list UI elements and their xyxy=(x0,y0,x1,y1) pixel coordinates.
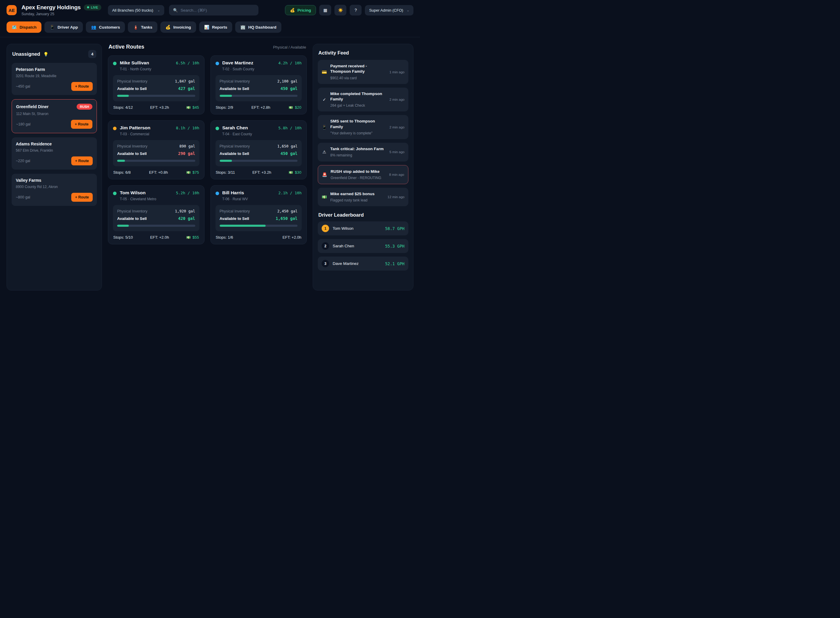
people-icon: 👥 xyxy=(91,25,96,30)
physical-inventory-label: Physical Inventory xyxy=(220,144,250,149)
feed-item-title: Payment received - Thompson Family xyxy=(330,64,386,74)
feed-item-completed[interactable]: ✓ Mike completed Thompson Family 264 gal… xyxy=(318,88,408,112)
search-icon: 🔍 xyxy=(173,8,178,12)
eft-value: EFT: +3.2h xyxy=(150,105,169,110)
feed-item-time: 2 min ago xyxy=(389,98,404,101)
stop-name: Peterson Farm xyxy=(16,67,45,72)
check-icon: ✓ xyxy=(322,97,327,102)
tab-label: Reports xyxy=(212,25,227,30)
feed-item-bonus[interactable]: 💵 Mike earned $25 bonus Flagged rusty ta… xyxy=(318,188,408,206)
banknote-icon: 💵 xyxy=(288,105,293,110)
leaderboard-row[interactable]: 1 Tom Wilson 58.7 GPH xyxy=(318,221,408,235)
tab-hq-dashboard[interactable]: 🏢 HQ Dashboard xyxy=(235,21,281,33)
available-progress-bar xyxy=(220,160,298,162)
leaderboard-title: Driver Leaderboard xyxy=(318,212,408,218)
app-title: Apex Energy Holdings xyxy=(21,4,81,11)
warning-icon: ⚠ xyxy=(322,150,327,154)
feed-item-payment[interactable]: 💳 Payment received - Thompson Family $90… xyxy=(318,60,408,84)
route-card-dave-martinez[interactable]: Dave Martinez 4.2h / 10h T-02 · South Co… xyxy=(210,55,307,114)
tab-driver-app[interactable]: 📱 Driver App xyxy=(45,21,83,33)
add-route-button[interactable]: + Route xyxy=(71,120,92,129)
driver-name: Tom Wilson xyxy=(120,190,146,196)
available-progress-fill xyxy=(117,95,129,97)
route-card-sarah-chen[interactable]: Sarah Chen 5.8h / 10h T-04 · East County… xyxy=(210,120,307,180)
driver-name: Jim Patterson xyxy=(120,125,150,131)
route-card-bill-harris[interactable]: Bill Harris 2.1h / 10h T-06 · Rural WV P… xyxy=(210,185,307,244)
tab-reports[interactable]: 📊 Reports xyxy=(199,21,232,33)
theme-toggle-button[interactable]: ☀️ xyxy=(335,5,346,15)
available-progress-bar xyxy=(117,225,195,227)
unassigned-stop-card[interactable]: Peterson Farm 3201 Route 19, Meadville ~… xyxy=(12,63,97,95)
tab-tanks[interactable]: 🧯 Tanks xyxy=(128,21,157,33)
leaderboard-row[interactable]: 2 Sarah Chen 55.3 GPH xyxy=(318,239,408,253)
tab-customers[interactable]: 👥 Customers xyxy=(86,21,125,33)
branch-selector[interactable]: All Branches (50 trucks) ⌄ xyxy=(108,5,164,15)
feed-item-title: SMS sent to Thompson Family xyxy=(330,119,386,129)
help-button[interactable]: ? xyxy=(349,5,361,15)
route-earnings: 💵 $55 xyxy=(186,235,199,239)
stop-gallons: ~800 gal xyxy=(16,195,30,199)
feed-item-title: Mike earned $25 bonus xyxy=(330,191,384,197)
add-route-button[interactable]: + Route xyxy=(71,193,93,202)
stops-count: Stops: 4/12 xyxy=(113,105,133,110)
available-to-sell-value: 420 gal xyxy=(178,216,195,221)
physical-inventory-label: Physical Inventory xyxy=(220,209,250,213)
tab-label: HQ Dashboard xyxy=(248,25,277,30)
live-dot-icon xyxy=(87,6,89,8)
sun-icon: ☀️ xyxy=(338,8,343,12)
eft-value: EFT: +2.0h xyxy=(282,235,301,239)
user-role-selector[interactable]: Super Admin (CFO) ⌄ xyxy=(365,5,413,15)
pricing-button[interactable]: 💰 Pricing xyxy=(285,5,316,15)
tab-invoicing[interactable]: 💰 Invoicing xyxy=(161,21,196,33)
stop-gallons: ~180 gal xyxy=(16,122,30,126)
credit-card-icon: 💳 xyxy=(322,70,327,74)
tab-label: Customers xyxy=(99,25,120,30)
office-building-icon: 🏢 xyxy=(240,25,245,30)
unassigned-count-badge: 4 xyxy=(88,50,96,58)
add-route-button[interactable]: + Route xyxy=(71,82,93,91)
physical-inventory-label: Physical Inventory xyxy=(117,144,147,149)
driver-name: Dave Martinez xyxy=(222,60,253,65)
map-icon: 🗺️ xyxy=(12,25,17,30)
unassigned-stop-card-rush[interactable]: Greenfield Diner RUSH 112 Main St, Sharo… xyxy=(12,99,97,133)
banknote-icon: 💵 xyxy=(322,195,327,199)
grid-view-button[interactable]: ▦ xyxy=(319,5,331,15)
route-hours: 6.5h / 10h xyxy=(176,61,199,65)
tank-icon: 🧯 xyxy=(133,25,138,30)
available-to-sell-label: Available to Sell xyxy=(220,86,249,91)
banknote-icon: 💵 xyxy=(186,105,191,110)
available-to-sell-label: Available to Sell xyxy=(117,216,147,221)
inventory-panel: Physical Inventory 1,650 gal Available t… xyxy=(216,140,302,166)
feed-item-time: 5 min ago xyxy=(389,150,404,154)
add-route-button[interactable]: + Route xyxy=(71,156,93,165)
physical-inventory-value: 2,100 gal xyxy=(277,79,297,83)
feed-item-time: 8 min ago xyxy=(389,173,404,177)
stop-name: Adams Residence xyxy=(16,141,52,146)
route-card-tom-wilson[interactable]: Tom Wilson 5.2h / 10h T-05 · Cleveland M… xyxy=(108,185,205,244)
route-hours: 8.1h / 10h xyxy=(176,126,199,130)
route-hours: 5.2h / 10h xyxy=(176,191,199,195)
route-card-mike-sullivan[interactable]: Mike Sullivan 6.5h / 10h T-01 · North Co… xyxy=(108,55,205,114)
available-to-sell-label: Available to Sell xyxy=(117,86,147,91)
leaderboard-row[interactable]: 3 Dave Martinez 52.1 GPH xyxy=(318,257,408,270)
search-input[interactable]: 🔍 Search... (⌘F) xyxy=(169,5,259,15)
feed-item-time: 1 min ago xyxy=(389,70,404,74)
feed-item-rush-stop[interactable]: 🚨 RUSH stop added to Mike Greenfield Din… xyxy=(318,165,408,184)
feed-item-sms[interactable]: 📱 SMS sent to Thompson Family "Your deli… xyxy=(318,115,408,139)
unassigned-stop-card[interactable]: Adams Residence 567 Elm Drive, Franklin … xyxy=(12,137,97,169)
banknote-icon: 💵 xyxy=(288,171,293,175)
search-placeholder: Search... (⌘F) xyxy=(181,8,207,12)
stop-address: 3201 Route 19, Meadville xyxy=(16,74,93,78)
physical-inventory-label: Physical Inventory xyxy=(220,79,250,83)
rank-badge: 2 xyxy=(322,242,329,250)
route-card-jim-patterson[interactable]: Jim Patterson 8.1h / 10h T-03 · Commerci… xyxy=(108,120,205,180)
unassigned-stop-card[interactable]: Valley Farms 8900 County Rd 12, Akron ~8… xyxy=(12,174,97,206)
physical-inventory-value: 2,450 gal xyxy=(277,209,297,213)
inventory-panel: Physical Inventory 890 gal Available to … xyxy=(113,140,199,166)
tab-dispatch[interactable]: 🗺️ Dispatch xyxy=(7,21,42,33)
lightbulb-icon: 💡 xyxy=(43,52,48,56)
company-logo: AE xyxy=(7,5,17,15)
active-routes-title: Active Routes xyxy=(109,44,144,50)
feed-item-tank-critical[interactable]: ⚠ Tank critical: Johnson Farm 8% remaini… xyxy=(318,143,408,161)
available-progress-bar xyxy=(220,225,298,227)
